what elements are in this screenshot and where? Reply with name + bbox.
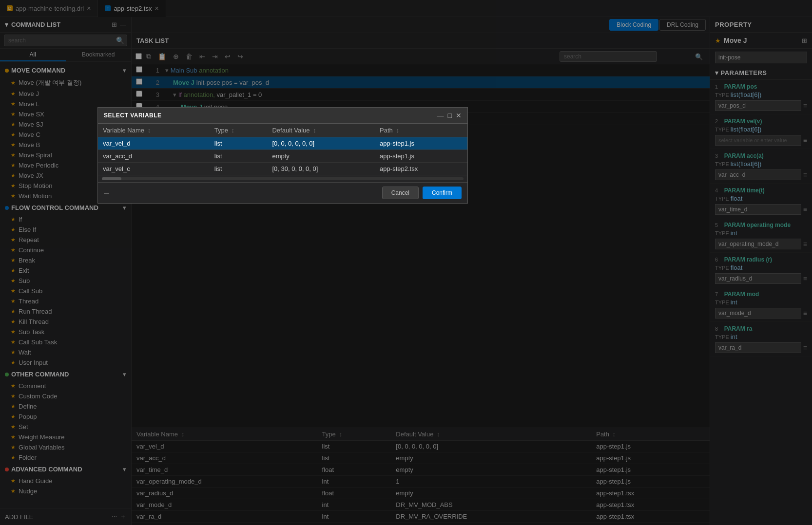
modal-var-type: list [210,137,268,150]
modal-var-default: empty [267,150,375,163]
modal-var-path: app-step1.js [375,150,467,163]
modal-maximize[interactable]: □ [448,112,452,119]
modal-var-name: var_vel_c [98,163,210,175]
modal-header: SELECT VARIABLE — □ ✕ [98,108,467,124]
modal-var-path: app-step1.js [375,137,467,150]
modal-col-default-value[interactable]: Default Value ↕ [267,124,375,137]
modal-close[interactable]: ✕ [456,112,462,119]
modal-footer-left: — [104,190,109,196]
modal-var-path: app-step2.tsx [375,163,467,175]
cancel-button[interactable]: Cancel [382,187,419,199]
modal-table: Variable Name ↕ Type ↕ Default Value ↕ P… [98,124,467,175]
modal-scrollbar-thumb [102,177,121,180]
modal-controls: — □ ✕ [437,112,462,119]
modal-footer: — Cancel Confirm [98,182,467,203]
modal-var-default: [0, 0, 0, 0, 0, 0] [267,137,375,150]
modal-var-name: var_acc_d [98,150,210,163]
select-variable-modal: SELECT VARIABLE — □ ✕ Variable Name ↕ Ty… [97,107,468,204]
modal-col-variable-name[interactable]: Variable Name ↕ [98,124,210,137]
modal-overlay: SELECT VARIABLE — □ ✕ Variable Name ↕ Ty… [0,0,812,525]
expand-icon: — [104,190,109,196]
modal-var-name: var_vel_d [98,137,210,150]
table-row[interactable]: var_vel_c list [0, 30, 0, 0, 0, 0] app-s… [98,163,467,175]
modal-var-default: [0, 30, 0, 0, 0, 0] [267,163,375,175]
table-row[interactable]: var_vel_d list [0, 0, 0, 0, 0, 0] app-st… [98,137,467,150]
modal-minimize[interactable]: — [437,112,444,119]
modal-col-path[interactable]: Path ↕ [375,124,467,137]
modal-var-type: list [210,163,268,175]
confirm-button[interactable]: Confirm [423,187,462,199]
modal-var-type: list [210,150,268,163]
modal-footer-buttons: Cancel Confirm [382,187,462,199]
modal-col-type[interactable]: Type ↕ [210,124,268,137]
table-row[interactable]: var_acc_d list empty app-step1.js [98,150,467,163]
modal-title: SELECT VARIABLE [104,112,162,119]
